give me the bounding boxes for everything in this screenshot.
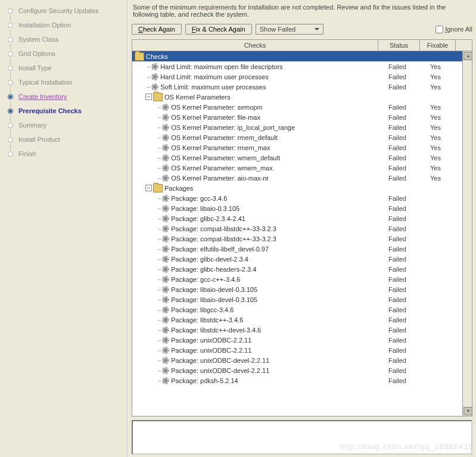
table-row[interactable]: ···Hard Limit: maximum open file descrip… (132, 61, 462, 71)
wizard-step[interactable]: Create Inventory (0, 89, 127, 104)
table-row[interactable]: ···OS Kernel Parameter: wmem_defaultFail… (132, 153, 462, 163)
table-row[interactable]: ···OS Kernel Parameter: wmem_maxFailedYe… (132, 163, 462, 173)
table-row[interactable]: ···OS Kernel Parameter: aio-max-nrFailed… (132, 173, 462, 183)
table-row[interactable]: Checks (132, 51, 462, 61)
table-row[interactable]: ···Package: gcc-3.4.6Failed (132, 193, 462, 203)
table-row[interactable]: ···Package: gcc-c++-3.4.6Failed (132, 274, 462, 284)
show-failed-dropdown[interactable]: Show Failed (256, 24, 323, 35)
wizard-step: Install Product (0, 132, 127, 147)
table-row[interactable]: ···Package: libstdc++-3.4.6Failed (132, 315, 462, 325)
gear-icon (162, 306, 169, 313)
checks-table: Checks Status Fixable Checks···Hard Limi… (132, 39, 472, 416)
gear-icon (162, 245, 169, 253)
step-dot-icon (8, 108, 13, 114)
table-row[interactable]: ···Package: compat-libstdc++-33-3.2.3Fai… (132, 234, 462, 244)
gear-icon (162, 114, 169, 121)
table-row[interactable]: ···Package: unixODBC-devel-2.2.11Failed (132, 355, 462, 365)
gear-icon (162, 266, 169, 273)
wizard-step: Installation Option (0, 18, 127, 32)
table-row[interactable]: ···Package: libgcc-3.4.6Failed (132, 304, 462, 315)
gear-icon (162, 357, 169, 364)
table-row[interactable]: ···Hard Limit: maximum user processesFai… (132, 71, 462, 82)
step-dot-icon (8, 137, 13, 142)
wizard-step: Finish (0, 147, 127, 161)
gear-icon (162, 296, 169, 303)
scrollbar[interactable]: ▴ ▾ (462, 51, 472, 416)
gear-icon (162, 225, 169, 232)
table-row[interactable]: ···OS Kernel Parameter: ip_local_port_ra… (132, 122, 462, 132)
wizard-step: Summary (0, 118, 127, 132)
gear-icon (162, 164, 169, 172)
gear-icon (162, 327, 169, 334)
wizard-step: Typical Installation (0, 75, 127, 89)
table-row[interactable]: ···Soft Limit: maximum user processesFai… (132, 82, 462, 92)
table-row[interactable]: −OS Kernel Parameters (132, 92, 462, 102)
gear-icon (162, 286, 169, 293)
folder-icon (135, 52, 144, 61)
table-row[interactable]: ···Package: unixODBC-devel-2.2.11Failed (132, 365, 462, 375)
step-dot-icon (8, 123, 13, 128)
gear-icon (162, 215, 169, 222)
wizard-step: Install Type (0, 61, 127, 75)
gear-icon (162, 175, 169, 182)
gear-icon (162, 154, 169, 161)
scroll-up-button[interactable]: ▴ (463, 52, 472, 60)
step-dot-icon (8, 37, 13, 42)
table-row[interactable]: ···Package: pdksh-5.2.14Failed (132, 375, 462, 386)
ignore-all-checkbox[interactable]: Ignore All (435, 26, 472, 33)
gear-icon (162, 144, 169, 151)
col-fixable[interactable]: Fixable (420, 40, 456, 51)
gear-icon (162, 276, 169, 283)
table-row[interactable]: ···Package: glibc-devel-2.3.4Failed (132, 254, 462, 264)
collapse-icon[interactable]: − (145, 185, 152, 191)
wizard-step: Prerequisite Checks (0, 104, 127, 118)
table-row[interactable]: ···Package: elfutils-libelf_devel-0.97Fa… (132, 244, 462, 254)
col-status[interactable]: Status (378, 40, 420, 51)
table-row[interactable]: −Packages (132, 183, 462, 193)
gear-icon (162, 377, 169, 384)
col-checks[interactable]: Checks (132, 40, 378, 51)
gear-icon (162, 367, 169, 374)
gear-icon (162, 104, 169, 111)
table-row[interactable]: ···Package: unixODBC-2.2.11Failed (132, 345, 462, 355)
gear-icon (162, 337, 169, 344)
table-body[interactable]: Checks···Hard Limit: maximum open file d… (132, 51, 462, 416)
table-row[interactable]: ···OS Kernel Parameter: file-maxFailedYe… (132, 112, 462, 122)
toolbar: Check Again Fix & Check Again Show Faile… (132, 23, 472, 39)
table-row[interactable]: ···OS Kernel Parameter: rmem_defaultFail… (132, 132, 462, 142)
gear-icon (162, 134, 169, 141)
table-row[interactable]: ···Package: libaio-devel-0.3.105Failed (132, 294, 462, 304)
table-row[interactable]: ···Package: libstdc++-devel-3.4.6Failed (132, 325, 462, 335)
folder-icon (153, 184, 163, 192)
gear-icon (151, 73, 158, 80)
check-again-button[interactable]: Check Again (132, 24, 182, 35)
fix-and-check-again-button[interactable]: Fix & Check Again (185, 24, 252, 35)
wizard-sidebar: Configure Security UpdatesInstallation O… (0, 0, 127, 457)
ignore-all-input[interactable] (435, 26, 443, 33)
table-row[interactable]: ···Package: unixODBC-2.2.11Failed (132, 335, 462, 345)
table-row[interactable]: ···Package: glibc-headers-2.3.4Failed (132, 264, 462, 274)
gear-icon (151, 63, 158, 70)
table-row[interactable]: ···Package: libaio-devel-0.3.105Failed (132, 284, 462, 294)
folder-icon (153, 93, 163, 101)
table-row[interactable]: ···Package: compat-libstdc++-33-3.2.3Fai… (132, 223, 462, 234)
gear-icon (162, 235, 169, 243)
status-message: Some of the minimum requirements for ins… (132, 2, 472, 23)
gear-icon (162, 347, 169, 354)
gear-icon (162, 256, 169, 263)
chevron-down-icon (315, 28, 319, 33)
watermark: http://blog.csdn.net/qq_16566415 (340, 442, 474, 451)
step-dot-icon (8, 23, 13, 28)
gear-icon (151, 83, 158, 91)
table-row[interactable]: ···OS Kernel Parameter: rmem_maxFailedYe… (132, 142, 462, 153)
collapse-icon[interactable]: − (145, 94, 152, 100)
gear-icon (162, 316, 169, 324)
wizard-step: System Class (0, 32, 127, 46)
scroll-down-button[interactable]: ▾ (463, 407, 472, 415)
gear-icon (162, 205, 169, 212)
table-row[interactable]: ···OS Kernel Parameter: semopmFailedYes (132, 102, 462, 112)
table-row[interactable]: ···Package: libaio-0.3.105Failed (132, 203, 462, 213)
wizard-step: Grid Options (0, 46, 127, 61)
step-dot-icon (8, 151, 13, 157)
table-row[interactable]: ···Package: glibc-2.3.4-2.41Failed (132, 213, 462, 223)
